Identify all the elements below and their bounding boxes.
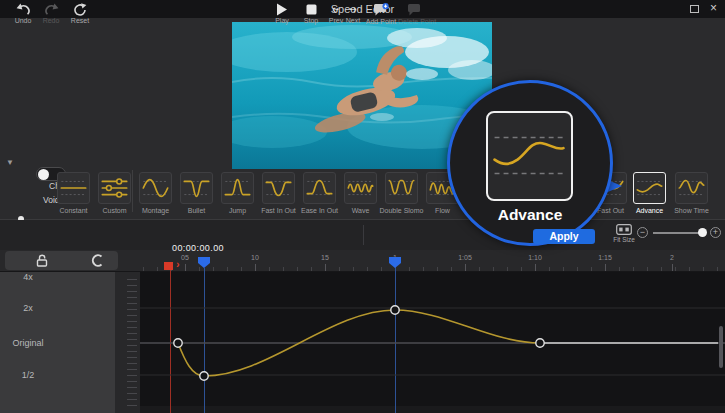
ruler-tick — [451, 267, 452, 271]
constant-curve-icon — [58, 173, 89, 203]
ruler-tick — [367, 267, 368, 271]
ruler-tick — [689, 267, 690, 271]
preset-thumbnail — [139, 172, 172, 204]
ruler-tick — [619, 267, 620, 271]
toggle-knob — [38, 169, 49, 180]
ruler-major-tick — [672, 264, 673, 271]
zoom-slider-handle[interactable] — [698, 228, 707, 237]
ruler-tick — [213, 267, 214, 271]
delete-point-label: Delete Point — [398, 18, 432, 25]
ruler-tick — [381, 267, 382, 271]
redo-icon — [44, 3, 59, 16]
ruler-tick — [241, 267, 242, 271]
ruler-major-tick — [325, 264, 326, 271]
keyframe-point[interactable] — [200, 372, 208, 380]
keyframe-point[interactable] — [391, 306, 399, 314]
preset-thumbnail — [262, 172, 295, 204]
snap-icon[interactable] — [91, 254, 104, 267]
preset-thumbnail — [180, 172, 213, 204]
preset-fast-in-out[interactable]: Fast In Out — [258, 172, 299, 218]
preset-thumbnail — [344, 172, 377, 204]
preset-thumbnail — [303, 172, 336, 204]
speed-editor-window: Speed Editor × — [0, 0, 725, 413]
preset-montage[interactable]: Montage — [135, 172, 176, 218]
ruler-tick — [591, 267, 592, 271]
ruler-tick — [675, 267, 676, 271]
speed-axis-label: 1/2 — [4, 370, 52, 380]
lock-icon[interactable] — [36, 254, 48, 267]
reset-icon — [73, 3, 87, 16]
preset-thumbnail — [57, 172, 90, 204]
ruler-tick — [577, 267, 578, 271]
preset-bullet[interactable]: Bullet — [176, 172, 217, 218]
ruler-tick — [269, 267, 270, 271]
play-icon — [276, 3, 288, 16]
ruler-tick — [311, 267, 312, 271]
vertical-scrollbar-thumb[interactable] — [719, 326, 723, 368]
ruler-major-tick — [255, 264, 256, 271]
keyframe-point[interactable] — [174, 339, 182, 347]
preset-thumbnail — [98, 172, 131, 204]
playhead-arrow-icon: › — [176, 258, 180, 270]
montage-curve-icon — [140, 173, 171, 203]
restore-icon[interactable] — [690, 5, 699, 13]
preset-ease-in-out[interactable]: Ease In Out — [299, 172, 340, 218]
delete-point-icon — [407, 3, 423, 17]
preset-label: Ease In Out — [301, 207, 338, 214]
ruler-major-tick — [535, 264, 536, 271]
apply-button[interactable]: Apply — [533, 229, 595, 244]
ruler-tick — [339, 267, 340, 271]
show-time-curve-icon — [676, 173, 707, 203]
preset-label: Custom — [102, 207, 126, 214]
preset-thumbnail — [675, 172, 708, 204]
wave-curve-icon — [345, 173, 376, 203]
undo-icon — [16, 3, 31, 16]
ruler-tick — [647, 267, 648, 271]
ruler-tick — [437, 267, 438, 271]
reset-label: Reset — [63, 17, 97, 24]
reset-button[interactable]: Reset — [63, 3, 97, 24]
advance-magnifier-callout: Advance — [447, 80, 613, 246]
preset-constant[interactable]: Constant — [53, 172, 94, 218]
add-point-label: Add Point — [364, 18, 398, 25]
ruler-tick — [297, 267, 298, 271]
preset-show-time[interactable]: Show Time — [671, 172, 712, 218]
close-icon[interactable]: × — [710, 1, 717, 15]
preset-double-slomo[interactable]: Double Slomo — [381, 172, 422, 218]
preset-label: Show Time — [674, 207, 709, 214]
ruler-major-tick — [185, 264, 186, 271]
preset-label: Double Slomo — [380, 207, 424, 214]
ruler-label: 05 — [181, 254, 189, 261]
ruler-label: 10 — [251, 254, 259, 261]
advance-curve-icon — [634, 173, 665, 203]
speed-axis-label: Original — [4, 338, 52, 348]
fit-size-label: Fit Size — [606, 236, 642, 243]
zoom-in-icon[interactable]: + — [710, 227, 721, 238]
ruler-tick — [549, 267, 550, 271]
fit-size-icon — [616, 224, 632, 235]
ruler-tick — [633, 267, 634, 271]
double-slomo-curve-icon — [386, 173, 417, 203]
preset-label: Constant — [59, 207, 87, 214]
timecode-display: 00:00:00.00 — [172, 243, 224, 253]
ruler-tick — [661, 267, 662, 271]
add-point-button[interactable]: Add Point — [364, 3, 398, 25]
playhead-handle[interactable] — [164, 262, 173, 270]
preset-custom[interactable]: Custom — [94, 172, 135, 218]
preset-jump[interactable]: Jump — [217, 172, 258, 218]
timeline-tools-box — [5, 251, 118, 270]
ruler-label: 1:15 — [598, 254, 612, 261]
ruler-label: 1:05 — [458, 254, 472, 261]
keyframe-point[interactable] — [536, 339, 544, 347]
ruler-tick — [423, 267, 424, 271]
preset-label: Fast In Out — [261, 207, 296, 214]
ruler-tick — [157, 267, 158, 271]
collapse-arrow-icon[interactable]: ▼ — [6, 158, 14, 167]
preset-advance[interactable]: Advance — [629, 172, 670, 218]
zoom-out-icon[interactable]: − — [637, 227, 648, 238]
delete-point-button[interactable]: Delete Point — [398, 3, 432, 25]
ruler-tick — [717, 267, 718, 271]
ruler-label: 1:10 — [528, 254, 542, 261]
ruler-tick — [563, 267, 564, 271]
preset-wave[interactable]: Wave — [340, 172, 381, 218]
